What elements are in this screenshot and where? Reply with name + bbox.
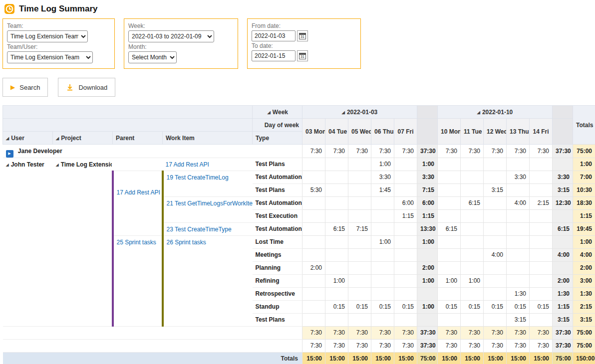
value-cell: 1:00 <box>371 158 394 171</box>
day-header-cell: 03 Mon <box>302 119 325 145</box>
work-item-link[interactable]: 21 Test GetTimeLogsForWorkItem <box>167 200 253 207</box>
value-cell <box>484 171 507 183</box>
value-cell <box>438 287 461 300</box>
value-cell: 7:00 <box>573 171 595 183</box>
value-cell: 7:30 <box>530 326 553 339</box>
value-cell: 37:30 <box>417 326 438 339</box>
group-collapse-icon[interactable]: ◢ <box>477 110 480 115</box>
to-date-input[interactable] <box>252 50 296 61</box>
user-cell: ▶ Jane Developer <box>3 145 302 158</box>
value-cell: 6:15 <box>438 222 461 235</box>
value-cell: 7:30 <box>461 145 484 158</box>
search-play-icon: ▶ <box>10 84 15 90</box>
project-column-header[interactable]: ◢Project <box>53 132 113 145</box>
month-select[interactable]: Select Month... <box>128 51 177 63</box>
value-cell: 4:00 <box>484 248 507 261</box>
week2-header-cell[interactable]: ◢2022-01-10 <box>438 106 553 119</box>
value-cell <box>348 235 371 248</box>
value-cell: 1:00 <box>371 235 394 248</box>
week-select[interactable]: 2022-01-03 to 2022-01-09 <box>128 30 214 42</box>
parent-link[interactable]: 25 Sprint tasks <box>117 239 156 246</box>
value-cell <box>530 287 553 300</box>
value-cell: 1:30 <box>553 287 573 300</box>
value-cell: 7:15 <box>417 183 438 196</box>
value-cell <box>530 222 553 235</box>
value-cell: 15:00 <box>461 352 484 364</box>
value-cell: 4:00 <box>573 248 595 261</box>
value-cell <box>371 274 394 287</box>
value-cell: 75:00 <box>573 145 595 158</box>
group-collapse-icon[interactable]: ◢ <box>56 136 59 141</box>
team-user-select[interactable]: Time Log Extension Team <box>7 51 93 63</box>
value-cell <box>530 183 553 196</box>
subtotal-spacer <box>3 339 302 352</box>
work-item-link[interactable]: 17 Add Rest API <box>166 161 209 168</box>
work-item-link[interactable]: 26 Sprint tasks <box>167 239 206 246</box>
work-item-link[interactable]: 23 Test CreateTimeType <box>167 226 232 233</box>
expand-row-button[interactable]: ▶ <box>6 150 13 158</box>
value-cell: 7:30 <box>371 339 394 352</box>
value-cell: 150:00 <box>573 352 595 364</box>
value-cell: 7:30 <box>348 145 371 158</box>
user-column-header[interactable]: ◢User <box>3 132 53 145</box>
value-cell <box>302 248 325 261</box>
project-cell[interactable]: ◢Time Log Extension <box>53 158 113 326</box>
value-cell <box>325 158 348 171</box>
value-cell <box>394 287 417 300</box>
from-date-calendar-button[interactable]: 31 <box>297 30 308 41</box>
user-cell[interactable]: ◢John Tester <box>3 158 53 326</box>
value-cell <box>438 313 461 326</box>
calendar-icon: 31 <box>299 33 306 39</box>
work-item-link[interactable]: 19 Test CreateTimeLog <box>167 174 229 181</box>
team-select[interactable]: Time Log Extension Team <box>7 30 88 42</box>
to-date-calendar-button[interactable]: 31 <box>297 50 308 61</box>
parent-link[interactable]: 17 Add Rest API <box>117 189 160 196</box>
work-item-cell: 17 Add Rest API <box>163 158 253 171</box>
value-cell <box>394 235 417 248</box>
value-cell: 7:15 <box>348 222 371 235</box>
week-header-cell[interactable]: ◢Week <box>253 106 302 119</box>
value-cell <box>530 171 553 183</box>
week1-header-cell[interactable]: ◢2022-01-03 <box>302 106 417 119</box>
value-cell <box>553 158 573 171</box>
value-cell <box>302 209 325 222</box>
value-cell <box>302 158 325 171</box>
value-cell <box>302 171 325 183</box>
value-cell: 3:15 <box>484 183 507 196</box>
value-cell <box>394 313 417 326</box>
app-header: Time Log Summary <box>0 0 595 17</box>
value-cell: 2:15 <box>573 300 595 313</box>
group-collapse-icon[interactable]: ◢ <box>342 110 345 115</box>
value-cell <box>484 261 507 274</box>
group-collapse-icon[interactable]: ◢ <box>6 163 9 167</box>
value-cell <box>530 274 553 287</box>
type-cell: Lost Time <box>253 235 302 248</box>
group-collapse-icon[interactable]: ◢ <box>268 110 271 115</box>
expand-icon: ▶ <box>8 152 10 156</box>
value-cell: 7:30 <box>394 339 417 352</box>
value-cell <box>507 274 530 287</box>
type-cell: Test Automation <box>253 196 302 209</box>
group-collapse-icon[interactable]: ◢ <box>6 136 9 141</box>
value-cell <box>553 261 573 274</box>
value-cell: 6:15 <box>553 222 573 235</box>
value-cell: 15:00 <box>394 352 417 364</box>
value-cell: 7:30 <box>461 326 484 339</box>
search-button[interactable]: ▶ Search <box>2 78 48 97</box>
value-cell <box>394 261 417 274</box>
group-collapse-icon[interactable]: ◢ <box>56 163 59 167</box>
value-cell <box>325 287 348 300</box>
value-cell: 13:30 <box>417 222 438 235</box>
value-cell <box>484 222 507 235</box>
from-date-input[interactable] <box>252 30 296 41</box>
value-cell <box>507 183 530 196</box>
to-date-label: To date: <box>252 42 356 49</box>
download-button[interactable]: Download <box>58 78 115 97</box>
value-cell: 7:30 <box>348 326 371 339</box>
day-header-cell: 14 Fri <box>530 119 553 145</box>
value-cell <box>530 209 553 222</box>
week1-total-header <box>417 106 438 119</box>
week2-total-header <box>553 119 573 145</box>
subtotal-row: 7:307:307:307:307:3037:307:307:307:307:3… <box>3 326 595 339</box>
value-cell: 15:00 <box>371 352 394 364</box>
